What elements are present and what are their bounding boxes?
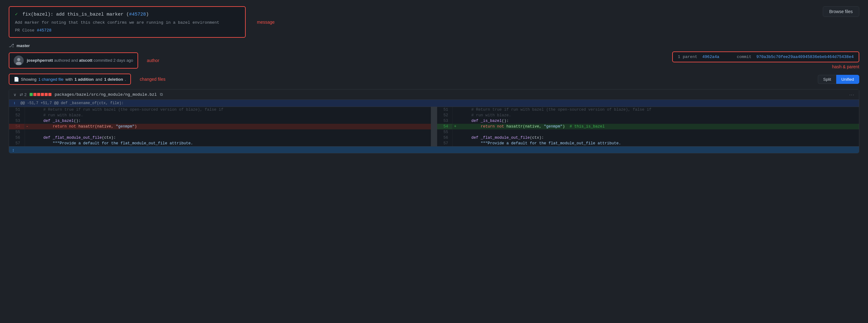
- table-row: 53 def _is_bazel(): 53 def _is_bazel():: [9, 118, 859, 124]
- left-line-num: 52: [9, 112, 25, 118]
- divider: [431, 135, 437, 140]
- left-code: [31, 129, 431, 135]
- left-code: def _flat_module_out_file(ctx):: [31, 135, 431, 140]
- divider: [431, 107, 437, 112]
- changes-badge: ⇄ 2: [20, 92, 27, 97]
- unified-button[interactable]: Unified: [836, 75, 859, 84]
- changed-files-box: 📄 Showing 1 changed file with 1 addition…: [9, 73, 131, 85]
- left-code: # run with blaze.: [31, 112, 431, 118]
- hash-box: 1 parent 4962a4a commit 970a3b5c70fee29a…: [672, 52, 859, 62]
- divider: [431, 124, 437, 129]
- diff-filename: packages/bazel/src/ng_module/ng_module.b…: [55, 92, 157, 97]
- pr-prefix: PR Close: [15, 28, 37, 33]
- hunk-header-text: @@ -51,7 +51,7 @@ def _basename_of(ctx, …: [20, 101, 123, 105]
- suffix-text: .: [125, 77, 126, 82]
- left-line-num: 54: [9, 124, 25, 129]
- split-button[interactable]: Split: [818, 75, 836, 84]
- left-line-num: 56: [9, 135, 25, 140]
- file-icon: 📄: [14, 77, 19, 82]
- table-row: 55 55: [9, 129, 859, 135]
- stat-block-del-2: [37, 93, 40, 96]
- left-line-num: 53: [9, 118, 25, 124]
- divider: [431, 112, 437, 118]
- browse-files-button[interactable]: Browse files: [823, 6, 859, 17]
- changed-file-link[interactable]: 1 changed file: [38, 77, 64, 82]
- left-marker: [25, 112, 31, 118]
- commit-hash-close: ): [146, 12, 149, 17]
- parent-hash[interactable]: 4962a4a: [703, 55, 720, 59]
- expand-icon[interactable]: ↕: [13, 101, 16, 105]
- left-marker: [25, 129, 31, 135]
- left-marker: -: [25, 124, 31, 129]
- diff-table: 51 # Return true if run with bazel (the …: [9, 107, 859, 146]
- author-box: josephperrott authored and atscott commi…: [9, 53, 138, 69]
- left-marker: [25, 107, 31, 112]
- table-row: 52 # run with blaze. 52 # run with blaze…: [9, 112, 859, 118]
- author-label: author: [147, 58, 159, 63]
- right-marker: [453, 112, 459, 118]
- changed-files-label: changed files: [140, 77, 165, 82]
- left-line-num: 51: [9, 107, 25, 112]
- right-line-num: 51: [437, 107, 453, 112]
- deletions-text: 1 deletion: [104, 77, 123, 82]
- right-line-num: 57: [437, 140, 453, 146]
- right-line-num: 53: [437, 118, 453, 124]
- showing-text: Showing: [21, 77, 36, 82]
- table-row: 51 # Return true if run with bazel (the …: [9, 107, 859, 112]
- commit-label: commit: [737, 55, 751, 59]
- right-marker: [453, 118, 459, 124]
- left-code: return not hasattr(native, "genmpm"): [31, 124, 431, 129]
- table-row-del: 54 - return not hasattr(native, "genmpm"…: [9, 124, 859, 129]
- right-marker: [453, 135, 459, 140]
- divider: [431, 140, 437, 146]
- scroll-icon[interactable]: ↕: [12, 148, 14, 153]
- commit-message-box: ✓ fix(bazel): add this_is_bazel marker (…: [9, 6, 246, 38]
- pr-link[interactable]: #45728: [37, 28, 52, 33]
- author-suffix: committed 2 days ago: [94, 58, 133, 63]
- author-text: josephperrott authored and atscott commi…: [27, 58, 133, 63]
- right-marker: [453, 107, 459, 112]
- commit-pr: PR Close #45728: [15, 28, 240, 33]
- left-line-num: 55: [9, 129, 25, 135]
- stat-block-del-3: [41, 93, 44, 96]
- stat-block-add-1: [30, 93, 33, 96]
- divider: [431, 129, 437, 135]
- copy-icon[interactable]: ⧉: [160, 92, 163, 97]
- message-label: message: [257, 20, 275, 25]
- left-code: """Provide a default for the flat_module…: [31, 140, 431, 146]
- author-middle: authored and: [54, 58, 79, 63]
- diff-more-options[interactable]: ···: [849, 92, 855, 97]
- right-code: return not hasattr(native, "genmpm") # t…: [459, 124, 859, 129]
- left-line-num: 57: [9, 140, 25, 146]
- avatar: [14, 56, 24, 65]
- table-row: 56 def _flat_module_out_file(ctx): 56 de…: [9, 135, 859, 140]
- author-name-authored[interactable]: josephperrott: [27, 58, 53, 63]
- commit-hash-link[interactable]: #45728: [129, 12, 146, 17]
- check-icon: ✓: [15, 12, 18, 17]
- left-marker: [25, 135, 31, 140]
- right-line-num: 54: [437, 124, 453, 129]
- view-toggle: Split Unified: [818, 75, 859, 84]
- right-code: def _is_bazel():: [459, 118, 859, 124]
- left-marker: [25, 140, 31, 146]
- commit-full-hash[interactable]: 970a3b5c70fee29aa40945836ebeb464d75438e4: [756, 55, 854, 59]
- and-text: and: [95, 77, 102, 82]
- divider: [431, 118, 437, 124]
- branch-row: ⎇ master: [9, 43, 859, 48]
- diff-bottom-bar: ↕: [9, 146, 859, 153]
- author-name-committed[interactable]: atscott: [79, 58, 93, 63]
- left-code: def _is_bazel():: [31, 118, 431, 124]
- changes-count-icon: ⇄: [20, 92, 23, 97]
- collapse-icon[interactable]: ∨: [13, 92, 17, 97]
- left-marker: [25, 118, 31, 124]
- stat-block-del-5: [48, 93, 52, 96]
- commit-title: ✓ fix(bazel): add this_is_bazel marker (…: [15, 11, 240, 17]
- stat-block-del-4: [44, 93, 48, 96]
- diff-container: ∨ ⇄ 2 packages/bazel/src/ng_module/ng_mo…: [9, 89, 859, 153]
- hash-parent-label: hash & parent: [832, 64, 859, 69]
- additions-text: 1 addition: [74, 77, 94, 82]
- right-line-num: 52: [437, 112, 453, 118]
- right-code: [459, 129, 859, 135]
- parent-label: 1 parent: [678, 55, 697, 59]
- stat-block-del-1: [33, 93, 36, 96]
